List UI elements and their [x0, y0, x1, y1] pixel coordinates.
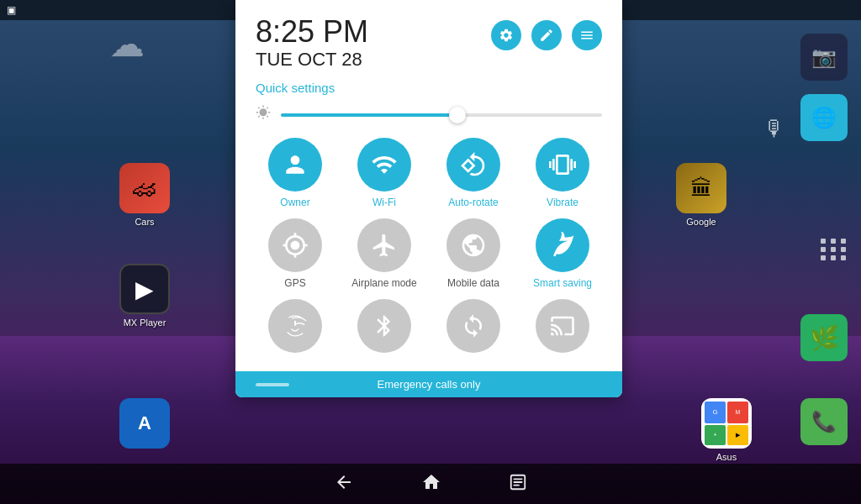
- airplane-label: Airplane mode: [351, 277, 416, 289]
- google-label: Asus: [716, 452, 737, 462]
- mobile-data-circle: [446, 218, 500, 272]
- toggle-gps[interactable]: GPS: [256, 218, 335, 289]
- cast-circle: [536, 299, 589, 353]
- camera-button[interactable]: 📷: [800, 34, 848, 81]
- quick-settings-panel: 8:25 PM TUE OCT 28 Quick settings: [235, 0, 622, 397]
- brightness-icon: [256, 105, 271, 124]
- wifi-label: Wi-Fi: [372, 197, 396, 208]
- brightness-slider[interactable]: [281, 113, 602, 117]
- recents-button[interactable]: [509, 473, 527, 496]
- settings-button[interactable]: [491, 20, 521, 50]
- qs-header: 8:25 PM TUE OCT 28: [235, 0, 622, 81]
- qs-title: Quick settings: [235, 81, 622, 102]
- airplane-circle: [357, 218, 411, 272]
- owner-label: Owner: [280, 197, 309, 208]
- mic-button[interactable]: 🎙: [763, 116, 785, 142]
- browser-button[interactable]: 🌐: [800, 94, 848, 141]
- temple-run-icon: 🏛: [676, 163, 726, 213]
- app-mx-player[interactable]: ▶ MX Player: [111, 264, 178, 328]
- toggle-fingerprint[interactable]: [256, 299, 335, 358]
- mx-player-icon: ▶: [119, 264, 170, 314]
- vibrate-circle: [536, 138, 589, 192]
- toggle-wifi[interactable]: Wi-Fi: [345, 138, 424, 208]
- edit-button[interactable]: [531, 20, 562, 50]
- temple-run-label: Google: [686, 217, 716, 227]
- app-asus[interactable]: A: [111, 398, 178, 452]
- mobile-data-label: Mobile data: [447, 277, 499, 289]
- app-google[interactable]: G M + ▶ Asus: [693, 398, 760, 462]
- app-phone[interactable]: 📞: [800, 398, 848, 445]
- toggle-sync[interactable]: [434, 299, 513, 358]
- toggle-auto-rotate[interactable]: Auto-rotate: [434, 138, 513, 208]
- auto-rotate-label: Auto-rotate: [448, 197, 498, 208]
- bluetooth-circle: [357, 299, 411, 353]
- brightness-row: [235, 102, 622, 138]
- cars-label: Cars: [135, 217, 154, 227]
- asus-icon: A: [119, 398, 170, 449]
- app-leaf[interactable]: 🌿: [800, 314, 848, 361]
- brightness-fill: [281, 113, 457, 117]
- cars-icon: 🏎: [119, 163, 170, 213]
- app-temple-run[interactable]: 🏛 Google: [668, 163, 735, 227]
- toggle-mobile-data[interactable]: Mobile data: [434, 218, 513, 289]
- right-top-icons: 📷 🌐: [800, 34, 848, 141]
- svg-rect-1: [514, 478, 523, 480]
- qs-date: TUE OCT 28: [256, 49, 368, 71]
- qs-emergency-bar: Emergency calls only: [235, 371, 622, 397]
- toggle-smart-saving[interactable]: Smart saving: [523, 218, 602, 289]
- qs-header-icons: [491, 20, 602, 50]
- smart-saving-label: Smart saving: [533, 277, 592, 289]
- gps-label: GPS: [284, 277, 305, 289]
- toggle-bluetooth[interactable]: [345, 299, 424, 358]
- fingerprint-circle: [268, 299, 322, 353]
- smart-saving-circle: [536, 218, 589, 272]
- list-button[interactable]: [572, 20, 602, 50]
- nav-bar: [0, 464, 861, 504]
- toggle-airplane[interactable]: Airplane mode: [345, 218, 424, 289]
- google-icon: G M + ▶: [701, 398, 752, 449]
- qs-time: 8:25 PM: [256, 17, 368, 47]
- vibrate-label: Vibrate: [547, 197, 578, 208]
- qs-toggle-grid: Owner Wi-Fi Auto-rotate Vibrate: [235, 138, 622, 371]
- status-bar-icon: ▣: [7, 4, 16, 16]
- auto-rotate-circle: [446, 138, 500, 192]
- emergency-text: Emergency calls only: [378, 378, 481, 391]
- toggle-vibrate[interactable]: Vibrate: [523, 138, 602, 208]
- mx-player-label: MX Player: [124, 318, 166, 328]
- back-button[interactable]: [334, 472, 354, 496]
- all-apps-grid[interactable]: [821, 239, 848, 260]
- owner-circle: [268, 138, 322, 192]
- app-cars[interactable]: 🏎 Cars: [111, 163, 178, 227]
- brightness-thumb: [449, 107, 466, 123]
- sync-circle: [446, 299, 500, 353]
- qs-time-date: 8:25 PM TUE OCT 28: [256, 17, 368, 71]
- emergency-indicator: [256, 383, 289, 386]
- gps-circle: [268, 218, 322, 272]
- svg-rect-2: [514, 481, 523, 483]
- svg-rect-3: [514, 484, 520, 486]
- home-button[interactable]: [421, 472, 441, 496]
- toggle-cast[interactable]: [523, 299, 602, 358]
- toggle-owner[interactable]: Owner: [256, 138, 335, 208]
- wifi-circle: [357, 138, 411, 192]
